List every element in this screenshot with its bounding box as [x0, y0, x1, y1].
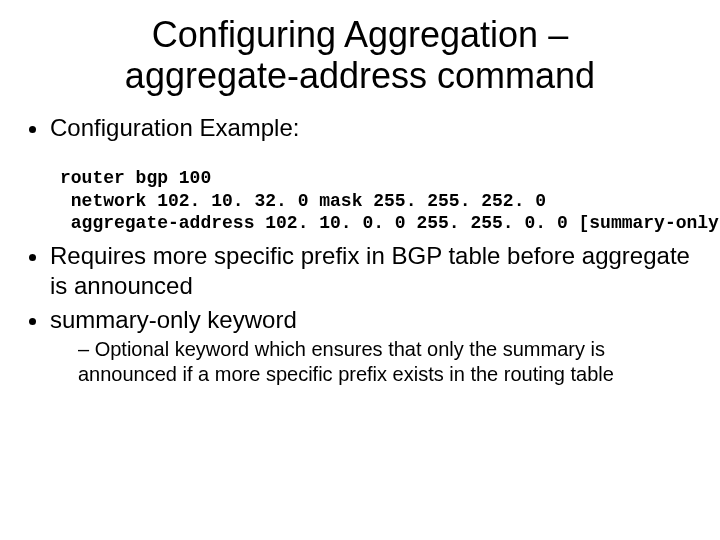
sub-bullet-list: Optional keyword which ensures that only… [50, 337, 700, 387]
bullet-requires: Requires more specific prefix in BGP tab… [50, 241, 700, 301]
bullet-config-example: Configuration Example: router bgp 100 ne… [50, 113, 700, 235]
slide-title: Configuring Aggregation – aggregate-addr… [20, 14, 700, 97]
title-line-2: aggregate-address command [125, 55, 595, 96]
bullet-text: Configuration Example: [50, 114, 299, 141]
bullet-list: Configuration Example: router bgp 100 ne… [24, 113, 700, 387]
sub-bullet: Optional keyword which ensures that only… [78, 337, 700, 387]
code-line-2: network 102. 10. 32. 0 mask 255. 255. 25… [60, 191, 546, 211]
code-block: router bgp 100 network 102. 10. 32. 0 ma… [60, 145, 700, 235]
bullet-summary-only: summary-only keyword Optional keyword wh… [50, 305, 700, 387]
slide: Configuring Aggregation – aggregate-addr… [0, 0, 720, 540]
code-line-3: aggregate-address 102. 10. 0. 0 255. 255… [60, 213, 720, 233]
title-line-1: Configuring Aggregation – [152, 14, 568, 55]
bullet-text: summary-only keyword [50, 306, 297, 333]
code-line-1: router bgp 100 [60, 168, 211, 188]
